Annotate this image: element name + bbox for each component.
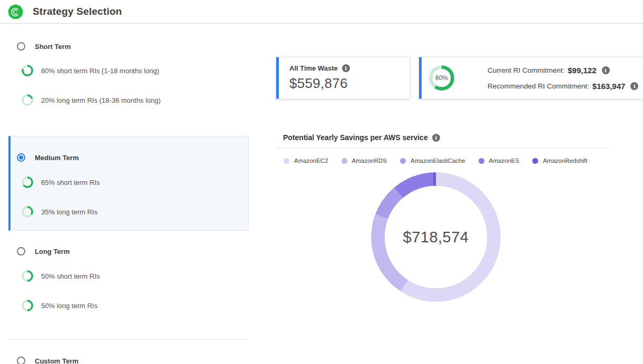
divider — [276, 147, 609, 148]
ri-commitment-card: 60% Current RI Commitment: $99,122 i Rec… — [419, 57, 643, 99]
donut-center-total: $718,574 — [371, 172, 501, 302]
strategy-option-custom-term: Custom Term I prefer something different — [8, 356, 249, 364]
recommended-commitment-line: Recommended RI Commitment: $163,947 i — [488, 80, 638, 92]
waste-card-title: All Time Waste — [289, 64, 338, 72]
allocation-label: 50% short term RIs — [41, 272, 100, 280]
info-icon[interactable]: i — [602, 66, 610, 74]
recommended-commitment-value: $163,947 — [592, 82, 626, 91]
gauge-percent-label: 60% — [429, 65, 454, 91]
option-label: Custom Term — [35, 357, 79, 364]
info-icon[interactable]: i — [630, 82, 638, 90]
legend-label: AmazonRedshift — [543, 158, 587, 164]
legend-swatch-icon — [342, 158, 347, 164]
option-label: Short Term — [35, 43, 71, 51]
allocation-label: 80% short term RIs (1-18 months long) — [41, 67, 159, 75]
current-commitment-value: $99,122 — [568, 66, 596, 75]
legend-swatch-icon — [284, 158, 289, 164]
legend-item[interactable]: AmazonRDS — [342, 158, 387, 164]
strategy-option-long-term: Long Term 50% short term RIs 50% long te… — [8, 246, 249, 340]
legend-swatch-icon — [400, 158, 406, 164]
info-icon[interactable]: i — [432, 134, 440, 142]
allocation-row: 50% short term RIs — [8, 270, 249, 282]
legend-label: AmazonEC2 — [294, 158, 328, 164]
allocation-ring-icon — [22, 94, 33, 106]
strategy-option-medium-term-selected: Medium Term 65% short term RIs 35% long … — [8, 136, 249, 231]
legend-label: AmazonRDS — [352, 158, 387, 164]
allocation-row: 35% long term RIs — [11, 206, 248, 218]
chart-legend: AmazonEC2 AmazonRDS AmazonElastiCache Am… — [276, 156, 609, 165]
allocation-label: 20% long term RIs (18-36 months long) — [41, 96, 161, 104]
allocation-row: 80% short term RIs (1-18 months long) — [8, 65, 249, 76]
chart-title: Potential Yearly Savings per AWS service — [283, 133, 428, 142]
legend-item[interactable]: AmazonES — [479, 158, 520, 164]
radio-long-term[interactable] — [17, 247, 25, 255]
savings-chart-section: Potential Yearly Savings per AWS service… — [276, 132, 609, 302]
legend-label: AmazonElastiCache — [411, 158, 465, 164]
current-commitment-line: Current RI Commitment: $99,122 i — [488, 64, 638, 76]
allocation-ring-icon — [22, 300, 33, 311]
radio-row-custom-term[interactable]: Custom Term — [8, 356, 249, 364]
legend-swatch-icon — [532, 158, 538, 164]
radio-row-medium-term[interactable]: Medium Term — [11, 152, 248, 163]
radio-medium-term[interactable] — [17, 153, 25, 162]
recommended-commitment-label: Recommended RI Commitment: — [488, 82, 589, 90]
allocation-label: 35% long term RIs — [41, 208, 98, 216]
strategy-option-short-term: Short Term 80% short term RIs (1-18 mont… — [8, 41, 249, 136]
radio-row-long-term[interactable]: Long Term — [8, 246, 249, 257]
radio-custom-term[interactable] — [17, 357, 25, 364]
allocation-ring-icon — [22, 65, 33, 76]
legend-item[interactable]: AmazonEC2 — [284, 158, 328, 164]
legend-label: AmazonES — [489, 158, 520, 164]
allocation-ring-icon — [22, 206, 33, 218]
waste-card-value: $559,876 — [289, 75, 410, 92]
radio-row-short-term[interactable]: Short Term — [8, 41, 249, 52]
legend-swatch-icon — [479, 158, 484, 164]
option-label: Long Term — [35, 248, 70, 255]
strategy-options: Short Term 80% short term RIs (1-18 mont… — [8, 24, 249, 364]
current-commitment-label: Current RI Commitment: — [488, 66, 564, 74]
allocation-row: 65% short term RIs — [11, 176, 248, 188]
legend-item[interactable]: AmazonRedshift — [532, 158, 587, 164]
all-time-waste-card: All Time Waste i $559,876 — [276, 57, 410, 99]
info-icon[interactable]: i — [342, 64, 350, 72]
allocation-ring-icon — [22, 176, 33, 188]
legend-item[interactable]: AmazonElastiCache — [400, 158, 465, 164]
radio-short-term[interactable] — [17, 42, 25, 51]
page-title: Strategy Selection — [33, 6, 122, 17]
brand-logo-icon — [7, 4, 24, 20]
allocation-label: 50% long term RIs — [41, 302, 98, 310]
allocation-ring-icon — [22, 270, 33, 282]
savings-donut-chart[interactable]: $718,574 — [371, 172, 501, 302]
app-header: Strategy Selection — [0, 0, 643, 24]
option-label: Medium Term — [35, 154, 79, 162]
allocation-row: 50% long term RIs — [8, 300, 249, 311]
allocation-row: 20% long term RIs (18-36 months long) — [8, 94, 249, 106]
commitment-gauge: 60% — [429, 65, 454, 91]
allocation-label: 65% short term RIs — [41, 179, 100, 186]
